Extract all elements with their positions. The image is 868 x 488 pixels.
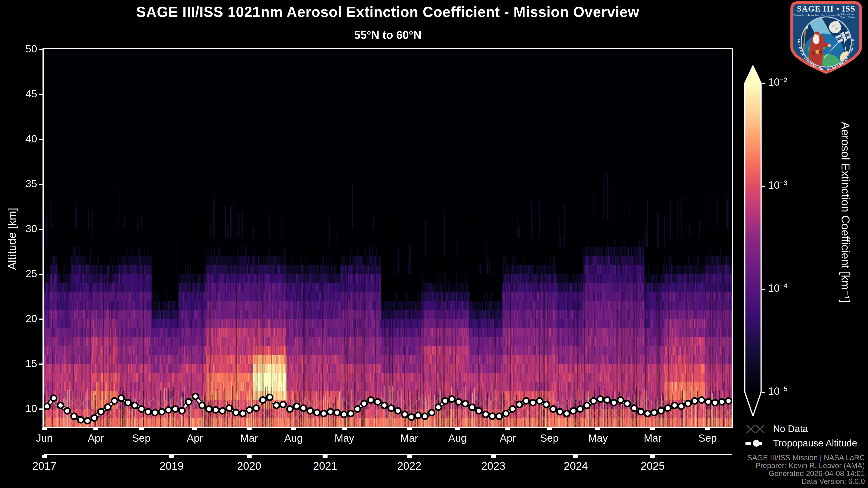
logo-subtitle-iss-2: Space Station <box>840 16 855 19</box>
attribution-data-version: Data Version: 6.0.0 <box>594 477 865 485</box>
y-tick-mark <box>39 319 43 320</box>
y-tick-mark <box>39 94 43 95</box>
month-tick-label: Mar <box>632 432 673 444</box>
month-tick-label: Sep <box>687 432 728 444</box>
month-tick-label: May <box>324 432 365 444</box>
month-tick-mark <box>93 428 98 430</box>
y-tick-label: 25 <box>8 267 37 280</box>
month-tick-label: Apr <box>175 432 215 444</box>
colorbar-tick-label: 10−2 <box>768 76 813 88</box>
month-tick-mark <box>247 428 252 430</box>
month-tick-label: Aug <box>273 432 314 444</box>
tropopause-line-icon <box>745 437 768 449</box>
year-tick-mark <box>407 455 412 458</box>
attribution-generated: Generated 2026-04-08 14:01 <box>594 469 865 477</box>
aerosol-heatmap-canvas <box>43 49 732 427</box>
legend-item-tropopause: Tropopause Altitude <box>745 437 857 449</box>
sage-iii-iss-logo: SAGE III • ISS Stratospheric Aerosol and… <box>790 1 863 74</box>
year-tick-mark <box>169 455 174 458</box>
month-tick-label: Aug <box>437 432 478 444</box>
colorbar-tick-mark <box>762 83 765 84</box>
y-tick-mark <box>39 184 43 185</box>
month-tick-label: Apr <box>75 432 116 444</box>
colorbar-tick-mark <box>762 289 765 290</box>
month-tick-label: Mar <box>389 432 430 444</box>
month-tick-mark <box>547 428 552 430</box>
month-tick-label: Jun <box>24 432 65 444</box>
y-tick-mark <box>39 409 43 410</box>
colorbar-tick-mark <box>762 392 765 393</box>
colorbar-tick-mark <box>762 186 765 187</box>
y-axis-label: Altitude [km] <box>5 179 19 299</box>
y-tick-label: 10 <box>8 402 37 415</box>
year-tick-mark <box>491 455 496 458</box>
legend-label-tropopause: Tropopause Altitude <box>773 438 857 449</box>
year-tick-label: 2024 <box>553 460 598 472</box>
month-tick-mark <box>505 428 510 430</box>
month-tick-mark <box>705 428 710 430</box>
y-tick-label: 40 <box>8 133 37 145</box>
colorbar-label: Aerosol Extinction Coefficient [km⁻¹] <box>839 122 852 244</box>
page-title: SAGE III/ISS 1021nm Aerosol Extinction C… <box>43 4 732 20</box>
year-tick-label: 2019 <box>149 460 194 472</box>
year-tick-mark <box>322 455 328 458</box>
legend-label-no-data: No Data <box>773 423 808 434</box>
colorbar-tick-label: 10−5 <box>768 385 813 397</box>
month-tick-mark <box>650 428 655 430</box>
colorbar-tick-label: 10−3 <box>768 179 813 191</box>
y-tick-mark <box>39 363 43 365</box>
year-tick-label: 2022 <box>387 460 432 472</box>
legend-item-no-data: No Data <box>745 423 808 435</box>
y-tick-label: 45 <box>8 88 37 100</box>
month-tick-mark <box>407 428 412 430</box>
year-tick-mark <box>573 455 578 458</box>
logo-title: SAGE III • ISS <box>797 4 855 13</box>
page-subtitle: 55°N to 60°N <box>43 29 732 41</box>
colorbar <box>744 65 762 417</box>
month-tick-mark <box>455 428 460 430</box>
month-tick-label: Sep <box>121 432 162 444</box>
year-tick-label: 2017 <box>22 460 67 472</box>
month-tick-mark <box>139 428 144 430</box>
logo-subtitle-iss-1: International <box>841 13 854 15</box>
month-tick-label: Apr <box>488 432 528 444</box>
y-tick-label: 35 <box>8 177 37 190</box>
y-tick-mark <box>39 229 43 230</box>
y-tick-mark <box>39 139 43 140</box>
month-tick-label: May <box>578 432 618 444</box>
month-tick-label: Mar <box>229 432 270 444</box>
no-data-hatch-icon <box>745 423 768 435</box>
year-tick-mark <box>247 455 252 458</box>
colorbar-gradient-bar <box>745 66 761 416</box>
month-tick-label: Sep <box>529 432 569 444</box>
month-tick-mark <box>192 428 197 430</box>
logo-subtitle-sage: Stratospheric Aerosol and Gas Experiment… <box>794 14 840 17</box>
year-tick-label: 2021 <box>303 460 348 472</box>
year-tick-label: 2020 <box>226 460 272 472</box>
attribution-mission: SAGE III/ISS Mission | NASA LaRC <box>594 454 865 462</box>
y-tick-mark <box>39 49 43 50</box>
year-tick-mark <box>42 455 47 458</box>
month-tick-mark <box>342 428 347 430</box>
attribution-preparer: Preparer: Kevin R. Leavor (AMA) <box>594 462 865 469</box>
y-tick-label: 15 <box>8 357 37 369</box>
logo-moon <box>829 21 841 33</box>
y-tick-label: 20 <box>8 313 37 325</box>
y-tick-label: 30 <box>8 223 37 235</box>
y-tick-label: 50 <box>8 43 37 55</box>
month-tick-mark <box>291 428 296 430</box>
y-tick-mark <box>39 273 43 275</box>
colorbar-tick-label: 10−4 <box>768 282 813 294</box>
year-tick-label: 2023 <box>471 460 516 472</box>
month-tick-mark <box>595 428 600 430</box>
month-tick-mark <box>42 428 47 430</box>
